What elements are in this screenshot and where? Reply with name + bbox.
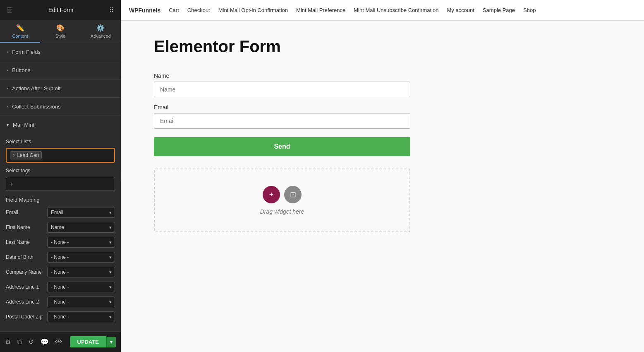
actions-arrow: › <box>7 86 8 91</box>
widget-library-button[interactable]: ⊡ <box>284 186 302 203</box>
select-lists-box[interactable]: × Lead Gen <box>6 148 115 163</box>
select-tags-label: Select tags <box>6 168 115 174</box>
add-tag-icon[interactable]: + <box>10 181 13 187</box>
style-tab-label: Style <box>55 34 65 39</box>
company-select-wrapper: - None -NameEmail <box>47 267 115 277</box>
name-field-group: Name <box>154 72 410 97</box>
update-dropdown-button[interactable]: ▾ <box>106 337 116 347</box>
content-tab-label: Content <box>12 34 28 39</box>
buttons-label: Buttons <box>12 67 30 73</box>
email-field-label: Email <box>154 104 410 111</box>
mail-mint-arrow: ▾ <box>7 123 9 127</box>
nav-wpfunnels[interactable]: WPFunnels <box>129 5 160 15</box>
nav-shop[interactable]: Shop <box>523 5 536 15</box>
grid-icon[interactable]: ⠿ <box>109 6 114 14</box>
lastname-select[interactable]: - None -NameEmail <box>47 237 115 248</box>
form-fields-arrow: › <box>7 50 8 54</box>
update-button[interactable]: UPDATE <box>70 336 106 347</box>
elementor-form: Name Email Send <box>154 72 410 156</box>
address2-select[interactable]: - None -NameEmail <box>47 297 115 307</box>
sidebar-title: Edit Form <box>48 7 74 13</box>
firstname-select[interactable]: NameEmail- None - <box>47 222 115 233</box>
remove-lead-gen-icon[interactable]: × <box>13 153 15 158</box>
accordion-collect-submissions: › Collect Submissions <box>0 98 121 116</box>
page-area: Elementor Form Name Email Send + ⊡ <box>121 21 644 352</box>
mail-mint-body: Select Lists × Lead Gen Select tags + Fi… <box>0 134 121 331</box>
address2-field-label: Address Line 2 <box>6 299 47 305</box>
field-row-firstname: First Name NameEmail- None - <box>6 222 115 233</box>
nav-mint-unsubscribe[interactable]: Mint Mail Unsubscribe Confirmation <box>354 5 438 15</box>
add-widget-button[interactable]: + <box>263 186 280 203</box>
collect-arrow: › <box>7 104 8 109</box>
field-row-email: Email EmailName- None - <box>6 207 115 218</box>
select-lists-label: Select Lists <box>6 139 115 145</box>
form-title: Elementor Form <box>154 37 611 56</box>
drag-widget-area: + ⊡ Drag widget here <box>154 169 410 232</box>
lastname-select-wrapper: - None -NameEmail <box>47 237 115 248</box>
nav-sample-page[interactable]: Sample Page <box>483 5 515 15</box>
sidebar-bottom-bar: ⚙ ⧉ ↺ 💬 👁 UPDATE ▾ <box>0 331 121 352</box>
email-field-label: Email <box>6 210 47 215</box>
tab-advanced[interactable]: ⚙️ Advanced <box>81 20 121 43</box>
sidebar-header: ☰ Edit Form ⠿ <box>0 0 121 20</box>
company-select[interactable]: - None -NameEmail <box>47 267 115 277</box>
layers-icon[interactable]: ⧉ <box>17 338 22 346</box>
add-widget-icon: + <box>269 190 274 199</box>
dob-field-label: Date of Birth <box>6 254 47 260</box>
bottom-icons: ⚙ ⧉ ↺ 💬 👁 <box>5 338 62 346</box>
form-fields-label: Form Fields <box>12 49 41 55</box>
nav-cart[interactable]: Cart <box>169 5 179 15</box>
nav-mint-preference[interactable]: Mint Mail Preference <box>296 5 345 15</box>
address2-select-wrapper: - None -NameEmail <box>47 297 115 307</box>
email-select[interactable]: EmailName- None - <box>47 207 115 218</box>
lastname-field-label: Last Name <box>6 239 47 245</box>
accordion-form-fields-header[interactable]: › Form Fields <box>0 43 121 61</box>
nav-my-account[interactable]: My account <box>447 5 474 15</box>
email-input[interactable] <box>154 113 410 129</box>
accordion-actions-header[interactable]: › Actions After Submit <box>0 80 121 97</box>
advanced-tab-label: Advanced <box>91 34 111 39</box>
nav-mint-optin[interactable]: Mint Mail Opt-in Confirmation <box>218 5 288 15</box>
postal-select-wrapper: - None -NameEmail <box>47 311 115 322</box>
field-row-company: Company Name - None -NameEmail <box>6 267 115 277</box>
dob-select[interactable]: - None -NameEmail <box>47 252 115 263</box>
hamburger-icon[interactable]: ☰ <box>7 6 12 14</box>
address1-select[interactable]: - None -NameEmail <box>47 282 115 292</box>
name-field-label: Name <box>154 72 410 79</box>
select-tags-box[interactable]: + <box>6 177 115 191</box>
drag-text: Drag widget here <box>260 208 304 215</box>
address1-field-label: Address Line 1 <box>6 284 47 290</box>
eye-icon[interactable]: 👁 <box>55 338 62 346</box>
history-icon[interactable]: ↺ <box>29 338 34 346</box>
nav-checkout[interactable]: Checkout <box>187 5 210 15</box>
accordion-buttons-header[interactable]: › Buttons <box>0 61 121 79</box>
tab-content[interactable]: ✏️ Content <box>0 20 40 43</box>
drag-icons: + ⊡ <box>263 186 302 203</box>
email-field-group: Email <box>154 104 410 129</box>
firstname-select-wrapper: NameEmail- None - <box>47 222 115 233</box>
settings-icon[interactable]: ⚙ <box>5 338 11 346</box>
style-tab-icon: 🎨 <box>56 24 65 32</box>
lead-gen-tag-label: Lead Gen <box>17 152 39 158</box>
advanced-tab-icon: ⚙️ <box>96 24 105 32</box>
send-button[interactable]: Send <box>154 137 410 156</box>
accordion-actions-after-submit: › Actions After Submit <box>0 80 121 98</box>
content-tab-icon: ✏️ <box>16 24 24 32</box>
top-navigation: WPFunnels Cart Checkout Mint Mail Opt-in… <box>121 0 644 21</box>
buttons-arrow: › <box>7 68 8 72</box>
tab-style[interactable]: 🎨 Style <box>40 20 80 43</box>
email-select-wrapper: EmailName- None - <box>47 207 115 218</box>
company-field-label: Company Name <box>6 269 47 275</box>
mail-mint-section: ▾ Mail Mint Select Lists × Lead Gen Sele… <box>0 116 121 331</box>
mail-mint-header[interactable]: ▾ Mail Mint <box>0 116 121 134</box>
name-input[interactable] <box>154 82 410 97</box>
firstname-field-label: First Name <box>6 224 47 230</box>
collapse-handle[interactable]: ‹ <box>120 170 121 182</box>
field-row-address1: Address Line 1 - None -NameEmail <box>6 282 115 292</box>
comments-icon[interactable]: 💬 <box>41 338 49 346</box>
sidebar-tabs: ✏️ Content 🎨 Style ⚙️ Advanced <box>0 20 121 43</box>
field-row-address2: Address Line 2 - None -NameEmail <box>6 297 115 307</box>
widget-library-icon: ⊡ <box>290 190 296 199</box>
accordion-collect-header[interactable]: › Collect Submissions <box>0 98 121 116</box>
postal-select[interactable]: - None -NameEmail <box>47 311 115 322</box>
